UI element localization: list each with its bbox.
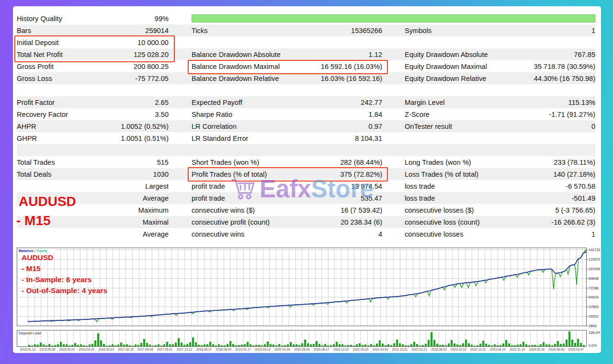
deposit-load-bar — [574, 343, 576, 346]
deposit-load-bar — [362, 345, 363, 346]
deposit-load-bar — [316, 341, 318, 346]
timeframe-label: - M15 — [16, 213, 51, 228]
history-quality-bar — [192, 14, 595, 23]
deposit-load-bar — [295, 344, 297, 346]
deposit-axis-label-max: 100.0% — [589, 330, 600, 335]
stat-value: 99% — [155, 15, 169, 23]
stat-label: Balance Drawdown Relative — [192, 75, 279, 82]
deposit-load-bar — [333, 344, 335, 346]
deposit-load-bar — [37, 345, 39, 346]
report-panel: History Quality99%Bars259014Ticks1536526… — [13, 6, 601, 353]
y-axis-label: 124371 — [589, 257, 600, 262]
x-axis-label: 2025.03.07 — [568, 348, 584, 351]
deposit-load-bar — [77, 345, 79, 346]
stat-cell: Loss Trades (% of total)140 (27.18%) — [382, 171, 595, 178]
chart-annotation: - In-Sample: 6 years — [22, 275, 91, 284]
deposit-load-bar — [48, 344, 50, 346]
deposit-load-bar — [511, 345, 513, 346]
x-axis-label: 2023.06.14 — [490, 348, 506, 351]
deposit-load-bar — [387, 344, 389, 346]
deposit-load-bar — [304, 340, 306, 346]
deposit-load-bar — [270, 344, 272, 346]
deposit-load-bar — [431, 332, 432, 346]
stat-label: profit trade — [192, 194, 225, 202]
stat-cell: consecutive losses ($)5 (-3 756.65) — [382, 206, 595, 214]
stat-label: consecutive loss (count) — [405, 218, 480, 226]
stat-label: Equity Drawdown Absolute — [405, 51, 488, 58]
stat-label: Long Trades (won %) — [405, 159, 471, 166]
deposit-load-bar — [580, 343, 582, 346]
deposit-load-bar — [543, 342, 545, 346]
deposit-load-bar — [554, 344, 556, 346]
table-row: GHPR1.0051 (0.51%)LR Standard Error8 104… — [17, 132, 595, 144]
deposit-load-bar — [60, 342, 62, 346]
deposit-load-bar — [89, 344, 91, 346]
y-axis-label: 54924 — [589, 295, 599, 299]
deposit-load-bar — [261, 345, 263, 346]
deposit-load-bar — [287, 344, 289, 346]
deposit-load-bar — [410, 344, 412, 346]
stat-cell: consecutive profit (count)20 238.34 (6) — [169, 218, 382, 226]
stat-value: Average — [143, 230, 169, 238]
chart-annotation: AUDUSD — [22, 253, 53, 262]
deposit-load-bar — [385, 345, 386, 346]
deposit-load-bar — [528, 345, 530, 346]
stat-cell: Recovery Factor3.50 — [17, 111, 169, 118]
deposit-load-bar — [502, 343, 504, 346]
x-axis-label: 2019.01.17 — [235, 348, 251, 351]
stat-cell: Short Trades (won %)282 (68.44%) — [169, 159, 382, 166]
x-axis-label: 2020.01.09 — [274, 348, 290, 351]
stat-value: 10 000.00 — [137, 39, 169, 46]
stat-label: Profit Factor — [17, 99, 55, 106]
stat-cell: Sharpe Ratio1.84 — [169, 111, 382, 118]
deposit-load-bar — [252, 345, 254, 346]
table-row: Gross Profit200 800.25Balance Drawdown M… — [17, 60, 595, 72]
deposit-load-bar — [341, 344, 343, 346]
deposit-load-bar — [149, 345, 151, 346]
stat-cell: Total Trades515 — [17, 159, 169, 166]
x-axis-label: 2024.08.06 — [548, 348, 564, 351]
x-axis-label: 2015.05.28 — [40, 348, 56, 351]
x-axis-label: 2022.08.02 — [431, 348, 447, 351]
deposit-load-bar — [221, 345, 223, 346]
deposit-load-bar — [40, 342, 42, 346]
table-row: Averageconsecutive wins4consecutive loss… — [17, 228, 595, 240]
deposit-load-bar — [456, 344, 458, 346]
y-axis-label: 72286 — [589, 286, 599, 290]
stat-cell: consecutive losses1 — [382, 230, 595, 238]
chart-annotation: - M15 — [22, 264, 41, 273]
stat-label: Short Trades (won %) — [192, 159, 259, 166]
stat-value: 4 — [378, 230, 382, 238]
stat-label: Total Deals — [17, 171, 51, 178]
deposit-load-bar — [51, 345, 53, 346]
deposit-load-bar — [126, 344, 128, 346]
deposit-load-bar — [468, 343, 470, 346]
deposit-load-bar — [166, 342, 168, 346]
deposit-load-bar — [224, 345, 226, 346]
deposit-load-bar — [439, 345, 441, 346]
stat-value: 1.12 — [369, 51, 382, 58]
deposit-load-bar — [488, 345, 490, 346]
stat-value: 16.03% (16 592.16) — [321, 75, 382, 82]
deposit-load-bar — [534, 345, 536, 346]
stat-cell: Largest — [17, 182, 169, 190]
deposit-load-bar — [482, 341, 484, 346]
stat-cell: Ticks15365266 — [169, 27, 382, 34]
x-axis-label: 2020.05.04 — [294, 348, 310, 351]
y-axis-label: 20201 — [589, 314, 599, 318]
stat-cell: Profit Factor2.65 — [17, 99, 169, 106]
stat-label: Bars — [17, 27, 31, 34]
stat-cell: Balance Drawdown Absolute1.12 — [169, 51, 382, 58]
deposit-load-bar — [416, 344, 418, 346]
deposit-load-bar — [379, 341, 381, 346]
deposit-load-bar — [158, 344, 159, 346]
deposit-load-bar — [212, 344, 214, 346]
deposit-load-bar — [284, 345, 286, 346]
x-axis-label: 2024.05.16 — [529, 348, 545, 351]
legend-equity: Equity — [37, 249, 47, 253]
deposit-load-bar — [477, 345, 478, 346]
watermark-text-1: Eafx — [260, 175, 311, 203]
stat-value: 233 (78.11%) — [554, 159, 595, 166]
deposit-load-bar — [244, 344, 246, 346]
stat-cell: Equity Drawdown Absolute767.85 — [382, 51, 595, 58]
